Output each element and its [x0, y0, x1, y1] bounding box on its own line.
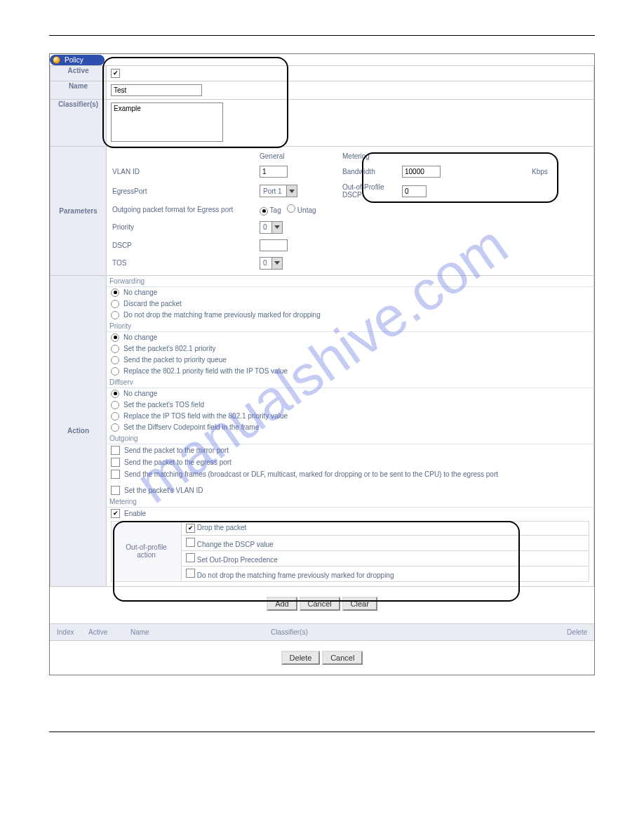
oop-opt-0: Drop the packet: [197, 524, 247, 531]
ds-opt-0: No change: [123, 390, 157, 397]
panel-title-pill: Policy: [50, 55, 105, 65]
delete-button[interactable]: Delete: [281, 651, 321, 665]
fwd-discard-radio[interactable]: [111, 300, 119, 308]
untag-radio[interactable]: [287, 204, 295, 213]
prio-sendqueue-radio[interactable]: [111, 356, 119, 364]
chevron-down-icon: [286, 185, 297, 197]
label-active: Active: [51, 66, 107, 81]
label-oop-dscp: Out-of-Profile DSCP: [341, 180, 401, 201]
ds-opt-1: Set the packet's TOS field: [123, 401, 204, 409]
ds-nochange-radio[interactable]: [111, 390, 119, 398]
out-opt-0: Send the packet to the mirror port: [124, 446, 229, 454]
priority-select[interactable]: 0: [260, 221, 283, 234]
out-egress-checkbox[interactable]: [111, 458, 120, 467]
label-tos: TOS: [111, 254, 258, 272]
label-bandwidth: Bandwidth: [341, 163, 401, 180]
prio-opt-0: No change: [123, 333, 157, 341]
oop-drop-checkbox[interactable]: [186, 524, 195, 533]
out-mirror-checkbox[interactable]: [111, 446, 120, 455]
egressport-select[interactable]: Port 1: [260, 185, 297, 197]
label-untag: Untag: [297, 206, 316, 214]
label-dscp: DSCP: [111, 237, 258, 254]
oop-setoutdrop-checkbox[interactable]: [186, 553, 195, 562]
prio-opt-3: Replace the 802.1 priority field with th…: [123, 367, 288, 375]
policy-panel: manualshive.com Policy Active Name: [49, 53, 595, 675]
fwd-nochange-radio[interactable]: [111, 289, 119, 297]
header-metering-action: Metering: [107, 496, 593, 508]
label-egressport: EgressPort: [111, 180, 258, 201]
label-outgoing-format: Outgoing packet format for Egress port: [111, 201, 258, 218]
header-forwarding: Forwarding: [107, 276, 593, 287]
add-button[interactable]: Add: [267, 597, 297, 611]
fwd-nodrop-radio[interactable]: [111, 311, 119, 319]
chevron-down-icon: [271, 222, 282, 233]
oop-opt-2: Set Out-Drop Precedence: [197, 556, 278, 564]
metering-enable-checkbox[interactable]: [111, 509, 120, 518]
name-input[interactable]: [111, 84, 202, 96]
policy-list-header: Index Active Name Classifier(s) Delete: [50, 623, 594, 641]
header-metering: Metering: [341, 150, 589, 163]
prio-set8021-radio[interactable]: [111, 345, 119, 353]
oop-changedscp-checkbox[interactable]: [186, 538, 195, 547]
cancel-button[interactable]: Cancel: [300, 597, 340, 611]
bullet-icon: [53, 56, 60, 64]
header-general: General: [258, 150, 328, 163]
prio-nochange-radio[interactable]: [111, 333, 119, 342]
label-kbps: Kbps: [530, 163, 589, 180]
chevron-down-icon: [271, 258, 282, 269]
label-vlan-id: VLAN ID: [111, 163, 258, 180]
oop-action-table: Out-of-profile action Drop the packet Ch…: [111, 521, 589, 582]
col-index: Index: [57, 628, 88, 636]
header-priority: Priority: [107, 321, 593, 332]
page-divider-top: [49, 35, 595, 36]
prio-opt-1: Set the packet's 802.1 priority: [123, 345, 215, 352]
col-active: Active: [88, 628, 130, 636]
out-matchframes-checkbox[interactable]: [111, 470, 120, 479]
ds-opt-2: Replace the IP TOS field with the 802.1 …: [123, 412, 288, 420]
prio-replacetos-radio[interactable]: [111, 367, 119, 376]
tos-select[interactable]: 0: [260, 257, 283, 270]
col-classifiers: Classifier(s): [271, 628, 545, 636]
label-action: Action: [51, 275, 107, 586]
label-oop-action: Out-of-profile action: [112, 521, 182, 581]
header-outgoing: Outgoing: [107, 433, 593, 444]
tab-bar: Policy: [50, 54, 594, 65]
out-opt-3: Set the packet's VLAN ID: [124, 486, 203, 494]
fwd-opt-0: No change: [123, 289, 157, 296]
fwd-opt-1: Discard the packet: [123, 300, 182, 307]
oop-opt-1: Change the DSCP value: [197, 541, 274, 548]
col-delete: Delete: [545, 628, 587, 636]
page-divider-bottom: [49, 732, 595, 732]
panel-title: Policy: [65, 56, 83, 64]
classifiers-input[interactable]: Example: [111, 102, 223, 142]
clear-button[interactable]: Clear: [342, 597, 377, 611]
oop-dscp-input[interactable]: [402, 185, 427, 197]
tag-radio[interactable]: [260, 207, 268, 216]
fwd-opt-2: Do not drop the matching frame previousl…: [123, 311, 321, 319]
out-opt-2: Send the matching frames (broadcast or D…: [124, 470, 498, 479]
list-buttons: Delete Cancel: [50, 641, 594, 675]
col-name: Name: [130, 628, 271, 636]
cancel2-button[interactable]: Cancel: [322, 651, 363, 665]
label-classifiers: Classifier(s): [51, 100, 107, 147]
dscp-input[interactable]: [260, 239, 288, 251]
label-tag: Tag: [270, 206, 281, 214]
bandwidth-input[interactable]: [402, 166, 441, 178]
out-setvlan-checkbox[interactable]: [111, 486, 120, 495]
label-name: Name: [51, 81, 107, 100]
label-enable: Enable: [124, 510, 146, 517]
prio-opt-2: Send the packet to priority queue: [123, 356, 227, 364]
header-diffserv: Diffserv: [107, 377, 593, 388]
ds-settos-radio[interactable]: [111, 401, 119, 409]
policy-form-table: Active Name Classifier(s) Example: [50, 65, 594, 587]
form-buttons: Add Cancel Clear: [50, 587, 594, 621]
out-opt-1: Send the packet to the egress port: [124, 458, 232, 466]
label-priority: Priority: [111, 218, 258, 237]
active-checkbox[interactable]: [111, 69, 120, 78]
parameters-grid: General Metering VLAN ID Bandwidth Kbps: [111, 150, 589, 272]
ds-setcp-radio[interactable]: [111, 423, 119, 432]
oop-nodrop-checkbox[interactable]: [186, 569, 195, 578]
ds-replacetos-radio[interactable]: [111, 412, 119, 421]
vlan-id-input[interactable]: [260, 166, 288, 178]
ds-opt-3: Set the Diffserv Codepoint field in the …: [123, 423, 259, 431]
